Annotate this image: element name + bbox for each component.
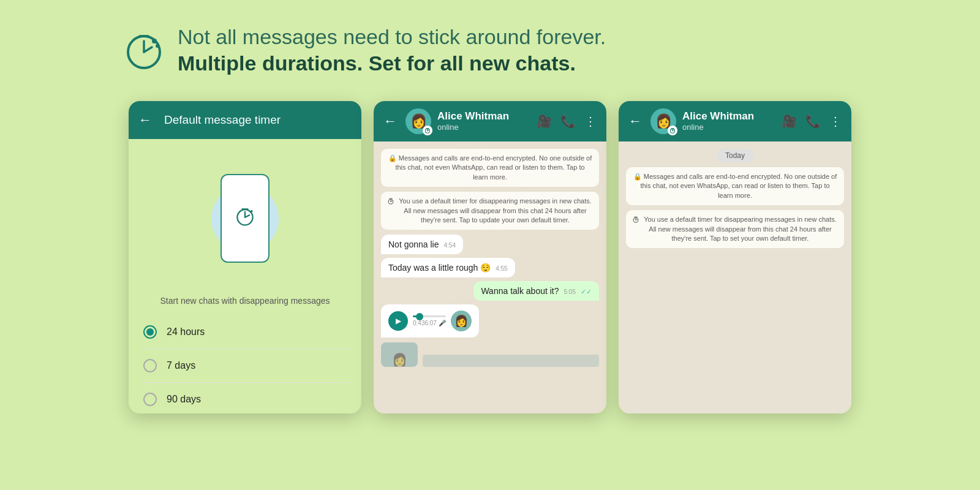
settings-subtitle: Start new chats with disappearing messag… xyxy=(160,296,330,306)
msg-text-2: Today was a little rough 😌 xyxy=(388,263,491,273)
header-section: Not all messages need to stick around fo… xyxy=(0,0,980,95)
chat-screen-1: ← 👩 Alice Whitman online 🎥 📞 xyxy=(374,101,606,413)
timer-icon-bubble-2 xyxy=(632,216,639,225)
partial-row-1: 👩 xyxy=(381,342,599,367)
settings-title: Default message timer xyxy=(164,113,281,127)
chat-messages-1: Not gonna lie 4:54 Today was a little ro… xyxy=(381,235,599,367)
voice-time-1: 6:07 🎤 xyxy=(424,320,445,326)
timer-icon xyxy=(123,29,165,72)
chat-body-2: Today 🔒 Messages and calls are end-to-en… xyxy=(619,141,851,413)
settings-screen: ← Default message timer xyxy=(129,101,361,413)
voice-duration-1: 0:43 xyxy=(413,320,424,326)
chat-screen-2: ← 👩 Alice Whitman online 🎥 📞 xyxy=(619,101,851,413)
header-actions-1: 🎥 📞 ⋮ xyxy=(537,114,597,129)
radio-circle-24h xyxy=(143,325,157,339)
info-bubble-1[interactable]: 🔒 Messages and calls are end-to-end encr… xyxy=(381,149,599,187)
phone-illustration xyxy=(205,157,285,280)
phone-button-1[interactable]: 📞 xyxy=(560,114,576,129)
play-button-1[interactable]: ▶ xyxy=(388,311,408,331)
contact-info-1: Alice Whitman online xyxy=(437,110,530,132)
voice-meta-1: 0:43 6:07 🎤 xyxy=(413,320,446,326)
radio-group: 24 hours 7 days 90 days Off xyxy=(141,315,349,413)
msg-sent-1: Wanna talk about it? 5:05 ✓✓ xyxy=(473,281,599,301)
msg-received-1: Not gonna lie 4:54 xyxy=(381,235,463,254)
svg-line-2 xyxy=(144,47,152,52)
timer-bubble-text-2: You use a default timer for disappearing… xyxy=(643,215,838,243)
waveform-1 xyxy=(413,315,446,317)
back-button-3[interactable]: ← xyxy=(628,113,642,129)
voice-bubble-1: ▶ 0:43 6:07 🎤 xyxy=(381,304,479,337)
radio-label-24h: 24 hours xyxy=(167,326,205,337)
video-call-button-2[interactable]: 🎥 xyxy=(782,114,797,129)
timer-bubble-2[interactable]: You use a default timer for disappearing… xyxy=(626,210,844,248)
radio-24h[interactable]: 24 hours xyxy=(141,315,349,349)
msg-time-1: 4:54 xyxy=(444,242,456,249)
contact-status-2: online xyxy=(682,123,775,132)
radio-7d[interactable]: 7 days xyxy=(141,349,349,383)
radio-circle-7d xyxy=(143,359,157,372)
radio-inner-24h xyxy=(146,328,154,336)
settings-body: Start new chats with disappearing messag… xyxy=(129,139,361,413)
chat-header-1: ← 👩 Alice Whitman online 🎥 📞 xyxy=(374,101,606,141)
header-line1: Not all messages need to stick around fo… xyxy=(178,24,606,50)
contact-info-2: Alice Whitman online xyxy=(682,110,775,132)
msg-text-3: Wanna talk about it? xyxy=(481,286,559,296)
chat-header-2: ← 👩 Alice Whitman online 🎥 📞 xyxy=(619,101,851,141)
timer-badge-2 xyxy=(668,126,677,135)
chat-body-1: 🔒 Messages and calls are end-to-end encr… xyxy=(374,141,606,413)
avatar-1: 👩 xyxy=(405,108,431,134)
video-call-button-1[interactable]: 🎥 xyxy=(537,114,552,129)
radio-label-7d: 7 days xyxy=(167,360,195,371)
msg-time-3: 5:05 xyxy=(564,288,576,295)
more-button-2[interactable]: ⋮ xyxy=(829,114,842,129)
timer-badge-1 xyxy=(423,126,432,135)
svg-point-10 xyxy=(251,211,253,213)
more-button-1[interactable]: ⋮ xyxy=(584,114,597,129)
msg-received-2: Today was a little rough 😌 4:55 xyxy=(381,258,515,277)
header-text: Not all messages need to stick around fo… xyxy=(178,24,606,77)
waveform-dot-1 xyxy=(416,313,423,320)
mic-icon-1: 🎤 xyxy=(439,320,446,326)
timer-bubble-1[interactable]: You use a default timer for disappearing… xyxy=(381,192,599,230)
timer-icon-bubble xyxy=(387,197,394,207)
voice-content-1: 0:43 6:07 🎤 xyxy=(413,315,446,326)
phone-button-2[interactable]: 📞 xyxy=(805,114,821,129)
radio-90d[interactable]: 90 days xyxy=(141,383,349,413)
today-badge: Today xyxy=(717,149,753,162)
header-line2: Multiple durations. Set for all new chat… xyxy=(178,50,606,77)
voice-avatar-1: 👩 xyxy=(451,311,472,331)
timer-bubble-text-1: You use a default timer for disappearing… xyxy=(398,197,593,225)
msg-time-2: 4:55 xyxy=(496,265,507,272)
illustration-phone xyxy=(221,174,270,263)
header-actions-2: 🎥 📞 ⋮ xyxy=(782,114,842,129)
svg-point-5 xyxy=(156,44,159,48)
phones-container: ← Default message timer xyxy=(0,101,980,413)
avatar-2: 👩 xyxy=(650,108,676,134)
radio-circle-90d xyxy=(143,393,157,406)
info-bubble-2[interactable]: 🔒 Messages and calls are end-to-end encr… xyxy=(626,167,844,205)
partial-image-1: 👩 xyxy=(381,342,418,367)
back-button[interactable]: ← xyxy=(138,112,152,128)
partial-avatar: 👩 xyxy=(392,352,407,367)
radio-label-90d: 90 days xyxy=(167,394,201,405)
back-button-2[interactable]: ← xyxy=(383,113,397,129)
msg-ticks-1: ✓✓ xyxy=(581,288,592,296)
partial-waveform xyxy=(423,355,599,367)
settings-header: ← Default message timer xyxy=(129,101,361,139)
timer-icon-illustration xyxy=(234,205,256,232)
msg-text-1: Not gonna lie xyxy=(388,239,439,249)
contact-status-1: online xyxy=(437,123,530,132)
contact-name-2: Alice Whitman xyxy=(682,110,775,123)
svg-point-4 xyxy=(152,39,157,43)
contact-name-1: Alice Whitman xyxy=(437,110,530,123)
